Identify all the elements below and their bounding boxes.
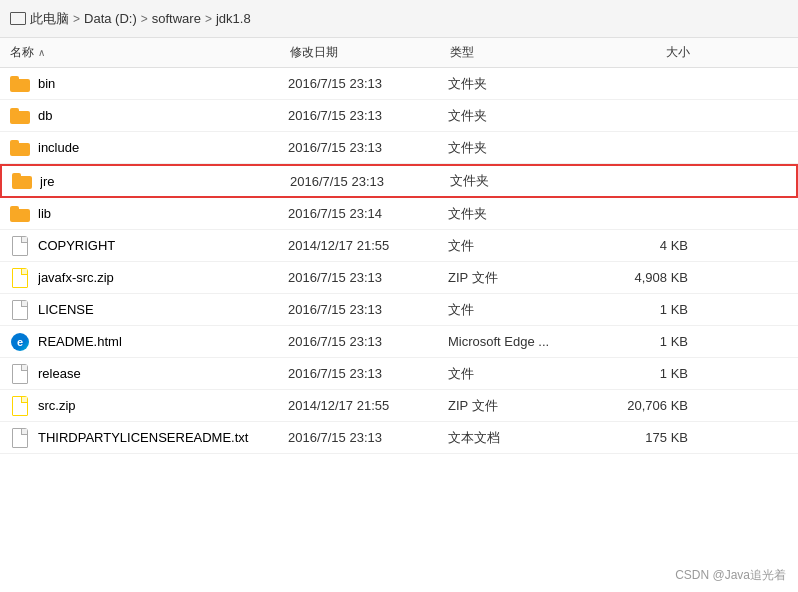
breadcrumb-data-d[interactable]: Data (D:) [84,11,137,26]
file-date: 2016/7/15 23:13 [288,302,448,317]
file-type: 文件夹 [448,205,608,223]
breadcrumb-sep-3: > [205,12,212,26]
folder-icon [10,74,30,94]
table-row[interactable]: e README.html 2016/7/15 23:13 Microsoft … [0,326,798,358]
header-size[interactable]: 大小 [610,44,710,61]
file-name: bin [38,76,288,91]
file-name: jre [40,174,290,189]
file-date: 2016/7/15 23:13 [288,108,448,123]
table-row[interactable]: LICENSE 2016/7/15 23:13 文件 1 KB [0,294,798,326]
file-list-container: 名称 ∧ 修改日期 类型 大小 bin 2016/7/15 23:13 文件夹 … [0,38,798,592]
file-type: 文件 [448,365,608,383]
table-row[interactable]: include 2016/7/15 23:13 文件夹 [0,132,798,164]
folder-icon [10,138,30,158]
file-size: 1 KB [608,334,708,349]
file-type: Microsoft Edge ... [448,334,608,349]
file-name: db [38,108,288,123]
file-date: 2014/12/17 21:55 [288,238,448,253]
file-icon [10,364,30,384]
file-rows-container: bin 2016/7/15 23:13 文件夹 db 2016/7/15 23:… [0,68,798,454]
breadcrumb-jdk18[interactable]: jdk1.8 [216,11,251,26]
breadcrumb-sep-1: > [73,12,80,26]
header-type[interactable]: 类型 [450,44,610,61]
breadcrumb-sep-2: > [141,12,148,26]
file-date: 2016/7/15 23:13 [288,140,448,155]
file-type: 文件 [448,301,608,319]
file-date: 2016/7/15 23:13 [288,76,448,91]
file-icon [10,300,30,320]
file-type: 文件夹 [448,139,608,157]
table-row[interactable]: bin 2016/7/15 23:13 文件夹 [0,68,798,100]
file-icon [10,428,30,448]
file-name: README.html [38,334,288,349]
table-row[interactable]: lib 2016/7/15 23:14 文件夹 [0,198,798,230]
file-name: release [38,366,288,381]
file-name: lib [38,206,288,221]
file-name: src.zip [38,398,288,413]
file-type: ZIP 文件 [448,269,608,287]
file-date: 2016/7/15 23:13 [288,334,448,349]
file-size: 1 KB [608,302,708,317]
file-date: 2016/7/15 23:13 [290,174,450,189]
pc-icon [10,12,26,25]
file-name: THIRDPARTYLICENSEREADME.txt [38,430,288,445]
file-date: 2016/7/15 23:13 [288,366,448,381]
file-name: LICENSE [38,302,288,317]
file-size: 4,908 KB [608,270,708,285]
file-type: 文件夹 [448,107,608,125]
file-type: 文件夹 [448,75,608,93]
table-row[interactable]: THIRDPARTYLICENSEREADME.txt 2016/7/15 23… [0,422,798,454]
table-row[interactable]: db 2016/7/15 23:13 文件夹 [0,100,798,132]
file-type: 文件夹 [450,172,610,190]
table-row[interactable]: release 2016/7/15 23:13 文件 1 KB [0,358,798,390]
header-date[interactable]: 修改日期 [290,44,450,61]
breadcrumb-thispc[interactable]: 此电脑 [30,10,69,28]
file-icon [10,236,30,256]
file-size: 20,706 KB [608,398,708,413]
file-date: 2016/7/15 23:14 [288,206,448,221]
file-size: 175 KB [608,430,708,445]
file-date: 2014/12/17 21:55 [288,398,448,413]
file-name: COPYRIGHT [38,238,288,253]
edge-icon: e [10,332,30,352]
table-row[interactable]: javafx-src.zip 2016/7/15 23:13 ZIP 文件 4,… [0,262,798,294]
sort-arrow-icon: ∧ [38,47,45,58]
breadcrumb-software[interactable]: software [152,11,201,26]
folder-icon [10,204,30,224]
breadcrumb: 此电脑 > Data (D:) > software > jdk1.8 [0,0,798,38]
file-type: 文本文档 [448,429,608,447]
table-row[interactable]: jre 2016/7/15 23:13 文件夹 [0,164,798,198]
zip-icon [10,268,30,288]
file-type: 文件 [448,237,608,255]
table-row[interactable]: COPYRIGHT 2014/12/17 21:55 文件 4 KB [0,230,798,262]
file-type: ZIP 文件 [448,397,608,415]
file-date: 2016/7/15 23:13 [288,270,448,285]
folder-icon [12,171,32,191]
zip-icon [10,396,30,416]
folder-icon [10,106,30,126]
file-name: include [38,140,288,155]
table-row[interactable]: src.zip 2014/12/17 21:55 ZIP 文件 20,706 K… [0,390,798,422]
file-list-header: 名称 ∧ 修改日期 类型 大小 [0,38,798,68]
file-size: 4 KB [608,238,708,253]
file-date: 2016/7/15 23:13 [288,430,448,445]
header-name[interactable]: 名称 ∧ [10,44,290,61]
file-size: 1 KB [608,366,708,381]
file-name: javafx-src.zip [38,270,288,285]
